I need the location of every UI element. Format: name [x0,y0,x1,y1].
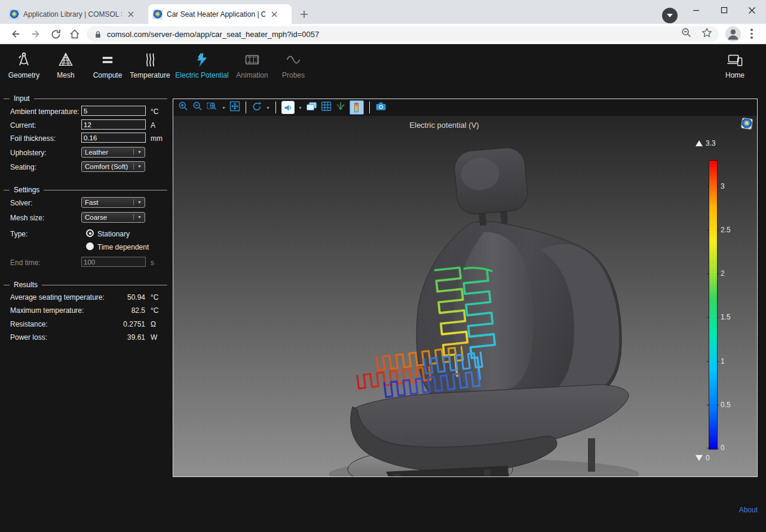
browser-tab-inactive[interactable]: Application Library | COMSOL Se [5,4,143,24]
solver-dropdown[interactable]: Fast▼ [81,197,145,208]
back-icon[interactable] [7,26,23,42]
ribbon-item-label: Animation [236,71,268,79]
ambient-temperature-label: Ambient temperature: [10,107,79,116]
result-unit: °C [151,293,158,302]
colorbar-tick: 2 [721,269,725,278]
colorbar-tick: 2.5 [721,226,731,234]
url-text[interactable]: comsol.com/server-demo/app/car_seat_heat… [107,30,319,39]
ribbon-item-probes: Probes [266,51,320,88]
chevron-down-icon[interactable]: ▼ [298,106,302,110]
result-value: 50.94 [90,293,145,302]
transparency-icon[interactable] [306,101,317,114]
reload-icon[interactable] [48,26,63,42]
colorbar [709,160,718,450]
forward-icon[interactable] [29,26,44,42]
chrome-update-icon[interactable] [662,8,678,23]
section-header-input: Input [4,94,170,103]
end-time-unit: s [151,259,154,267]
tab-title: Car Seat Heater Application | CO [167,10,265,19]
chevron-down-icon[interactable]: ▼ [222,106,226,110]
ribbon-item-label: Mesh [57,71,74,79]
zoom-in-icon[interactable] [178,101,189,114]
browser-tab-active[interactable]: Car Seat Heater Application | CO [148,4,292,24]
zoom-extents-icon[interactable] [229,101,240,114]
tab-close-icon[interactable] [126,10,136,19]
chevron-down-icon: ▼ [133,149,142,155]
browser-tab-strip: Application Library | COMSOL Se Car Seat… [0,0,766,24]
address-bar[interactable]: comsol.com/server-demo/app/car_seat_heat… [87,26,719,42]
grid-icon[interactable] [321,101,332,114]
profile-avatar[interactable] [725,26,741,42]
colorbar-tick: 1.5 [721,313,731,321]
result-unit: °C [151,306,158,315]
type-label: Type: [10,230,27,238]
chevron-down-icon[interactable]: ▼ [266,106,270,110]
radio-stationary[interactable] [86,229,94,237]
mesh-size-label: Mesh size: [10,214,44,222]
section-header-settings: Settings [4,186,170,194]
current-field[interactable] [81,119,146,130]
ribbon-item-label: Temperature [130,71,170,79]
upholstery-dropdown[interactable]: Leather▼ [81,147,145,158]
radio-stationary-label: Stationary [97,230,130,238]
ribbon-item-label: Probes [282,71,305,79]
plot-canvas[interactable]: Electric potential (V) [173,116,757,476]
ambient-temperature-unit: °C [151,107,158,116]
color-legend-icon [354,103,359,112]
color-legend-button[interactable] [350,100,364,115]
ambient-temperature-field[interactable] [81,106,146,116]
home-icon[interactable] [67,26,82,42]
chevron-down-icon: ▼ [133,164,142,170]
ribbon-item-temperature[interactable]: Temperature [123,51,177,88]
bookmark-star-icon[interactable] [701,27,713,41]
zoom-box-icon[interactable] [207,101,218,114]
result-value: 0.2751 [90,320,145,328]
rotate-view-icon[interactable] [252,101,262,114]
about-link[interactable]: About [739,506,758,514]
colorbar-max-marker: 3.3 [695,139,716,147]
ribbon-item-electric-potential[interactable]: Electric Potential [175,51,229,88]
result-value: 82.5 [90,306,145,315]
snapshot-camera-icon[interactable] [375,101,387,114]
end-time-field [81,257,146,267]
result-label: Resistance: [10,320,48,328]
result-value: 39.61 [90,333,145,342]
result-label: Maximum temperature: [10,306,84,315]
end-time-label: End time: [10,259,41,267]
upholstery-label: Upholstery: [10,149,47,157]
graphics-panel: ▼ ▼ ▼ [173,99,758,477]
result-unit: W [151,333,157,342]
chevron-down-icon: ▼ [133,214,142,220]
triangle-up-icon [695,140,703,146]
colorbar-min-marker: 0 [695,454,710,462]
car-seat-model [173,116,757,476]
radio-time-dependent-label: Time dependent [97,243,149,251]
ribbon-item-label: Geometry [8,71,40,79]
radio-time-dependent[interactable] [86,242,94,250]
parameter-sidebar: Input Ambient temperature: °C Current: A… [0,91,172,371]
browser-menu-icon[interactable] [750,29,753,39]
scene-light-button[interactable] [281,101,295,114]
section-header-results: Results [4,281,170,289]
mesh-size-dropdown[interactable]: Coarse▼ [81,212,145,223]
foil-thickness-label: Foil thickness: [10,134,56,143]
seating-dropdown[interactable]: Comfort (Soft)▼ [81,161,145,172]
colorbar-tick: 0.5 [721,401,731,409]
window-minimize-button[interactable] [687,2,705,18]
zoom-out-icon[interactable] [192,101,203,114]
window-maximize-button[interactable] [715,2,733,18]
new-tab-button[interactable] [297,7,311,21]
comsol-favicon [152,9,163,20]
page-zoom-icon[interactable] [681,27,693,41]
colorbar-tick: 0 [721,444,725,452]
solver-label: Solver: [10,199,32,207]
ribbon-item-label: Compute [93,71,122,79]
lock-icon[interactable] [94,30,102,39]
graphics-toolbar: ▼ ▼ ▼ [173,99,757,116]
chevron-down-icon: ▼ [133,199,142,205]
window-close-button[interactable] [743,2,761,18]
plot-tools-icon[interactable] [335,101,346,114]
ribbon-item-home[interactable]: Home [708,51,762,88]
tab-close-icon[interactable] [269,10,279,19]
foil-thickness-field[interactable] [81,133,146,143]
